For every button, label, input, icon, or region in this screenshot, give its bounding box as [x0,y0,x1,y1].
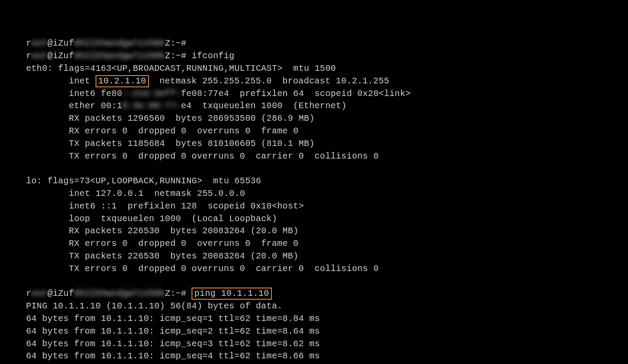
blurred-text: oot [31,37,47,50]
blurred-text: oot [31,288,47,300]
blurred-text: 6h2lkhwxdgw7zxh0k [74,50,165,63]
blurred-text: oot [31,50,47,63]
eth0-ether-line: ether 00:16:3e:08:77:e4 txqueuelen 1000 … [26,101,347,111]
terminal-output[interactable]: root@iZuf6h2lkhwxdgw7zxh0kZ:~# root@iZuf… [26,37,628,364]
lo-tx-errors-line: TX errors 0 dropped 0 overruns 0 carrier… [26,264,379,274]
blurred-text: ::216:3eff: [122,88,181,100]
eth0-rx-errors-line: RX errors 0 dropped 0 overruns 0 frame 0 [26,126,298,136]
lo-tx-packets-line: TX packets 226530 bytes 20083264 (20.0 M… [26,251,298,261]
lo-loop-line: loop txqueuelen 1000 (Local Loopback) [26,214,277,224]
eth0-flags-line: eth0: flags=4163<UP,BROADCAST,RUNNING,MU… [26,63,336,73]
eth0-inet-line: inet 10.2.1.10 netmask 255.255.255.0 bro… [26,76,389,86]
blurred-text: 6:3e:08:77: [122,100,181,113]
lo-flags-line: lo: flags=73<UP,LOOPBACK,RUNNING> mtu 65… [26,176,261,186]
prompt-line-0: root@iZuf6h2lkhwxdgw7zxh0kZ:~# [26,38,192,48]
highlighted-ping-command: ping 10.1.1.10 [192,288,271,300]
eth0-inet6-line: inet6 fe80::216:3eff:fe08:77e4 prefixlen… [26,89,411,99]
ping-reply-line: 64 bytes from 10.1.1.10: icmp_seq=1 ttl=… [26,314,320,324]
ping-reply-line: 64 bytes from 10.1.1.10: icmp_seq=4 ttl=… [26,351,320,361]
eth0-tx-packets-line: TX packets 1185684 bytes 810106605 (810.… [26,139,314,149]
lo-inet6-line: inet6 ::1 prefixlen 128 scopeid 0x10<hos… [26,201,304,211]
prompt-line-ifconfig: root@iZuf6h2lkhwxdgw7zxh0kZ:~# ifconfig [26,51,235,61]
lo-inet-line: inet 127.0.0.1 netmask 255.0.0.0 [26,189,245,199]
ping-header-line: PING 10.1.1.10 (10.1.1.10) 56(84) bytes … [26,301,283,311]
ping-reply-line: 64 bytes from 10.1.1.10: icmp_seq=2 ttl=… [26,326,320,336]
highlighted-ip: 10.2.1.10 [96,75,149,87]
blurred-text: 6h2lkhwxdgw7zxh0k [74,288,165,300]
lo-rx-packets-line: RX packets 226530 bytes 20083264 (20.0 M… [26,226,298,236]
lo-rx-errors-line: RX errors 0 dropped 0 overruns 0 frame 0 [26,238,298,248]
eth0-tx-errors-line: TX errors 0 dropped 0 overruns 0 carrier… [26,151,379,161]
prompt-line-ping: root@iZuf6h2lkhwxdgw7zxh0kZ:~# ping 10.1… [26,288,272,298]
blurred-text: 6h2lkhwxdgw7zxh0k [74,37,165,50]
ping-reply-line: 64 bytes from 10.1.1.10: icmp_seq=3 ttl=… [26,339,320,349]
eth0-rx-packets-line: RX packets 1296560 bytes 286953500 (286.… [26,113,314,123]
ifconfig-command: ifconfig [192,51,234,61]
